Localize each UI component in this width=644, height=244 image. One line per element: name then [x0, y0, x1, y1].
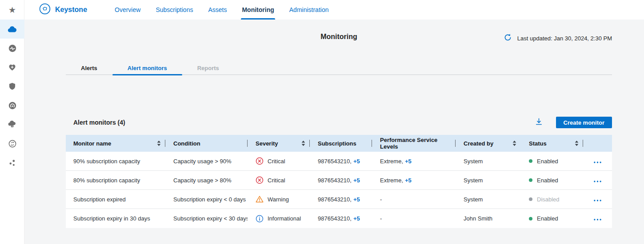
column-header-severity[interactable]: Severity: [248, 135, 310, 152]
status-text: Disabled: [537, 196, 560, 203]
created-by-text: System: [464, 158, 483, 165]
row-actions-button[interactable]: [592, 213, 603, 224]
tab-reports: Reports: [182, 61, 234, 75]
nav-item-assets[interactable]: Assets: [207, 0, 228, 20]
condition-text: Capacity usage > 90%: [173, 158, 231, 165]
severity-text: Warning: [268, 196, 289, 203]
cell-condition: Capacity usage > 90%: [165, 158, 248, 165]
sidebar-item-cloud[interactable]: [0, 20, 24, 39]
table-header: Monitor nameConditionSeveritySubscriptio…: [66, 135, 612, 152]
created-by-text: John Smith: [464, 215, 492, 222]
sidebar-item-shield[interactable]: [0, 77, 24, 96]
cell-actions: [583, 194, 612, 205]
ellipsis-icon: [594, 215, 601, 222]
main-content: Monitoring Last updated: Jan 30, 2024, 2…: [24, 20, 644, 244]
column-header-actions: [583, 135, 612, 152]
status-dot: [529, 197, 532, 201]
refresh-icon: [504, 33, 512, 43]
condition-text: Capacity usage > 80%: [173, 177, 231, 184]
severity-text: Informational: [268, 215, 301, 222]
cell-monitor-name: Subscription expiry in 30 days: [66, 215, 165, 222]
cell-performance-service-levels: -: [372, 196, 456, 203]
activity-icon: [8, 44, 16, 52]
column-header-monitor-name[interactable]: Monitor name: [66, 135, 165, 152]
psl-more-link[interactable]: +5: [405, 177, 412, 184]
psl-more-link[interactable]: +5: [405, 158, 412, 165]
created-by-text: System: [464, 196, 483, 203]
sidebar-item-cloud-lock[interactable]: [0, 115, 24, 134]
column-header-subscriptions: Subscriptions: [310, 135, 372, 152]
sort-icon[interactable]: [157, 141, 161, 146]
sync-icon: [8, 140, 16, 148]
cell-status: Disabled: [521, 196, 583, 203]
section-header: Alert monitors (4) Create monitor: [66, 117, 612, 128]
column-header-condition: Condition: [165, 135, 248, 152]
subscriptions-more-link[interactable]: +5: [353, 215, 360, 222]
refresh-button[interactable]: [504, 33, 512, 43]
sidebar-item-sync[interactable]: [0, 134, 24, 153]
nav-item-subscriptions[interactable]: Subscriptions: [155, 0, 194, 20]
cloud-lock-icon: [8, 121, 16, 128]
row-actions-button[interactable]: [592, 156, 603, 166]
subscriptions-more-link[interactable]: +5: [353, 196, 360, 203]
column-label: Created by: [464, 140, 493, 147]
column-header-created-by[interactable]: Created by: [456, 135, 521, 152]
subscriptions-more-link[interactable]: +5: [353, 158, 360, 165]
tab-alert-monitors[interactable]: Alert monitors: [112, 61, 182, 75]
monitor-name-text: Subscription expiry in 30 days: [73, 215, 150, 222]
cell-condition: Subscription expiry < 0 days: [165, 196, 248, 203]
sort-icon[interactable]: [575, 141, 579, 146]
cloud-icon: [8, 26, 17, 33]
column-label: Subscriptions: [318, 140, 356, 147]
sidebar-item-share[interactable]: [0, 153, 24, 172]
row-actions-button[interactable]: [592, 175, 603, 185]
cell-condition: Capacity usage > 80%: [165, 177, 248, 184]
psl-text: Extreme,: [380, 177, 403, 184]
table-row: Subscription expired Subscription expiry…: [66, 190, 612, 209]
sidebar-item-appliance[interactable]: [0, 96, 24, 115]
cell-subscriptions: 9876543210,+5: [310, 215, 372, 222]
last-updated-text: Last updated: Jan 30, 2024, 2:30 PM: [517, 35, 612, 42]
column-label: Performance Service Levels: [380, 137, 451, 150]
condition-text: Subscription expiry < 0 days: [173, 196, 246, 203]
sidebar-item-star[interactable]: ★: [0, 0, 24, 20]
create-monitor-button[interactable]: Create monitor: [556, 117, 612, 128]
nav-item-monitoring[interactable]: Monitoring: [241, 0, 275, 20]
cell-monitor-name: Subscription expired: [66, 196, 165, 203]
status-dot: [529, 178, 532, 182]
brand-logo[interactable]: Keystone: [39, 3, 87, 16]
psl-text: -: [380, 215, 382, 222]
cell-status: Enabled: [521, 158, 583, 165]
cell-severity: Critical: [248, 176, 310, 184]
nav-item-administration[interactable]: Administration: [288, 0, 330, 20]
sidebar-item-health-plus[interactable]: [0, 58, 24, 77]
sidebar-item-activity[interactable]: [0, 39, 24, 58]
column-header-performance-service-levels: Performance Service Levels: [372, 135, 456, 152]
subscriptions-text: 9876543210,: [318, 215, 352, 222]
cell-monitor-name: 80% subscription capacity: [66, 177, 165, 184]
sort-icon[interactable]: [512, 141, 516, 146]
share-icon: [9, 159, 16, 166]
monitor-name-text: 80% subscription capacity: [73, 177, 140, 184]
column-header-status[interactable]: Status: [521, 135, 583, 152]
created-by-text: System: [464, 177, 483, 184]
cell-severity: Informational: [248, 215, 310, 223]
appliance-icon: [8, 102, 16, 110]
cell-actions: [583, 213, 612, 224]
download-button[interactable]: [534, 117, 544, 128]
cell-severity: Critical: [248, 157, 310, 165]
brand-name: Keystone: [55, 6, 87, 14]
app-sidebar: ★: [0, 0, 24, 244]
column-label: Status: [529, 140, 547, 147]
nav-item-overview[interactable]: Overview: [114, 0, 141, 20]
row-actions-button[interactable]: [592, 194, 603, 205]
sort-icon[interactable]: [301, 141, 305, 146]
subscriptions-more-link[interactable]: +5: [353, 177, 360, 184]
condition-text: Subscription expiry < 30 days: [173, 215, 248, 222]
tab-alerts[interactable]: Alerts: [66, 61, 112, 75]
severity-text: Critical: [268, 158, 285, 165]
warning-icon: [256, 195, 264, 203]
cell-severity: Warning: [248, 195, 310, 203]
cell-performance-service-levels: Extreme,+5: [372, 158, 456, 165]
cell-monitor-name: 90% subscription capacity: [66, 158, 165, 165]
